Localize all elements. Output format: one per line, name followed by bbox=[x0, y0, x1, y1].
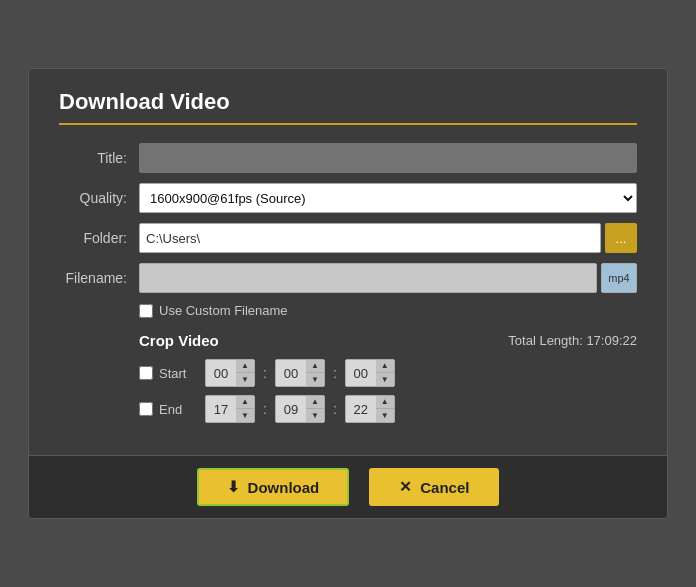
download-icon: ⬇ bbox=[227, 478, 240, 496]
colon-3: : bbox=[261, 401, 269, 417]
quality-select[interactable]: 1600x900@61fps (Source) 1280x720@60fps 1… bbox=[139, 183, 637, 213]
start-minutes-up[interactable]: ▲ bbox=[306, 359, 324, 373]
colon-2: : bbox=[331, 365, 339, 381]
filename-row: Filename: mp4 bbox=[59, 263, 637, 293]
start-hours-down[interactable]: ▼ bbox=[236, 373, 254, 387]
start-minutes-input[interactable] bbox=[276, 359, 306, 387]
start-hours-spinner[interactable]: ▲ ▼ bbox=[205, 359, 255, 387]
end-hours-arrows: ▲ ▼ bbox=[236, 395, 254, 423]
end-minutes-up[interactable]: ▲ bbox=[306, 395, 324, 409]
custom-filename-label: Use Custom Filename bbox=[159, 303, 288, 318]
title-row: Title: bbox=[59, 143, 637, 173]
end-hours-down[interactable]: ▼ bbox=[236, 409, 254, 423]
filename-field-group: mp4 bbox=[139, 263, 637, 293]
filename-input[interactable] bbox=[139, 263, 597, 293]
end-seconds-up[interactable]: ▲ bbox=[376, 395, 394, 409]
end-hours-input[interactable] bbox=[206, 395, 236, 423]
start-seconds-arrows: ▲ ▼ bbox=[376, 359, 394, 387]
download-label: Download bbox=[248, 479, 320, 496]
crop-header: Crop Video Total Length: 17:09:22 bbox=[139, 332, 637, 349]
start-hours-up[interactable]: ▲ bbox=[236, 359, 254, 373]
download-button[interactable]: ⬇ Download bbox=[197, 468, 350, 506]
start-seconds-input[interactable] bbox=[346, 359, 376, 387]
end-seconds-down[interactable]: ▼ bbox=[376, 409, 394, 423]
colon-4: : bbox=[331, 401, 339, 417]
end-seconds-input[interactable] bbox=[346, 395, 376, 423]
end-hours-spinner[interactable]: ▲ ▼ bbox=[205, 395, 255, 423]
title-label: Title: bbox=[59, 150, 139, 166]
end-hours-up[interactable]: ▲ bbox=[236, 395, 254, 409]
title-input[interactable] bbox=[139, 143, 637, 173]
download-dialog: Download Video Title: Quality: 1600x900@… bbox=[28, 68, 668, 519]
cancel-icon: ✕ bbox=[399, 478, 412, 496]
end-minutes-input[interactable] bbox=[276, 395, 306, 423]
start-minutes-down[interactable]: ▼ bbox=[306, 373, 324, 387]
end-minutes-down[interactable]: ▼ bbox=[306, 409, 324, 423]
quality-row: Quality: 1600x900@61fps (Source) 1280x72… bbox=[59, 183, 637, 213]
custom-filename-checkbox[interactable] bbox=[139, 304, 153, 318]
filename-ext: mp4 bbox=[601, 263, 637, 293]
crop-end-checkbox[interactable] bbox=[139, 402, 153, 416]
filename-label: Filename: bbox=[59, 270, 139, 286]
crop-start-row: Start ▲ ▼ : ▲ ▼ : bbox=[139, 359, 637, 387]
browse-button[interactable]: ... bbox=[605, 223, 637, 253]
folder-input[interactable] bbox=[139, 223, 601, 253]
quality-label: Quality: bbox=[59, 190, 139, 206]
crop-start-label: Start bbox=[159, 366, 199, 381]
folder-field-group: ... bbox=[139, 223, 637, 253]
start-minutes-spinner[interactable]: ▲ ▼ bbox=[275, 359, 325, 387]
crop-end-label: End bbox=[159, 402, 199, 417]
dialog-body: Download Video Title: Quality: 1600x900@… bbox=[29, 69, 667, 455]
total-length: Total Length: 17:09:22 bbox=[508, 333, 637, 348]
end-seconds-spinner[interactable]: ▲ ▼ bbox=[345, 395, 395, 423]
dialog-footer: ⬇ Download ✕ Cancel bbox=[29, 455, 667, 518]
end-minutes-spinner[interactable]: ▲ ▼ bbox=[275, 395, 325, 423]
end-minutes-arrows: ▲ ▼ bbox=[306, 395, 324, 423]
cancel-label: Cancel bbox=[420, 479, 469, 496]
custom-filename-row: Use Custom Filename bbox=[139, 303, 637, 318]
folder-label: Folder: bbox=[59, 230, 139, 246]
colon-1: : bbox=[261, 365, 269, 381]
crop-start-checkbox[interactable] bbox=[139, 366, 153, 380]
crop-end-row: End ▲ ▼ : ▲ ▼ : bbox=[139, 395, 637, 423]
start-hours-input[interactable] bbox=[206, 359, 236, 387]
start-seconds-spinner[interactable]: ▲ ▼ bbox=[345, 359, 395, 387]
folder-row: Folder: ... bbox=[59, 223, 637, 253]
crop-title: Crop Video bbox=[139, 332, 219, 349]
start-seconds-down[interactable]: ▼ bbox=[376, 373, 394, 387]
title-divider bbox=[59, 123, 637, 125]
cancel-button[interactable]: ✕ Cancel bbox=[369, 468, 499, 506]
end-seconds-arrows: ▲ ▼ bbox=[376, 395, 394, 423]
start-seconds-up[interactable]: ▲ bbox=[376, 359, 394, 373]
start-minutes-arrows: ▲ ▼ bbox=[306, 359, 324, 387]
crop-section: Crop Video Total Length: 17:09:22 Start … bbox=[139, 332, 637, 423]
dialog-title: Download Video bbox=[59, 89, 637, 115]
start-hours-arrows: ▲ ▼ bbox=[236, 359, 254, 387]
